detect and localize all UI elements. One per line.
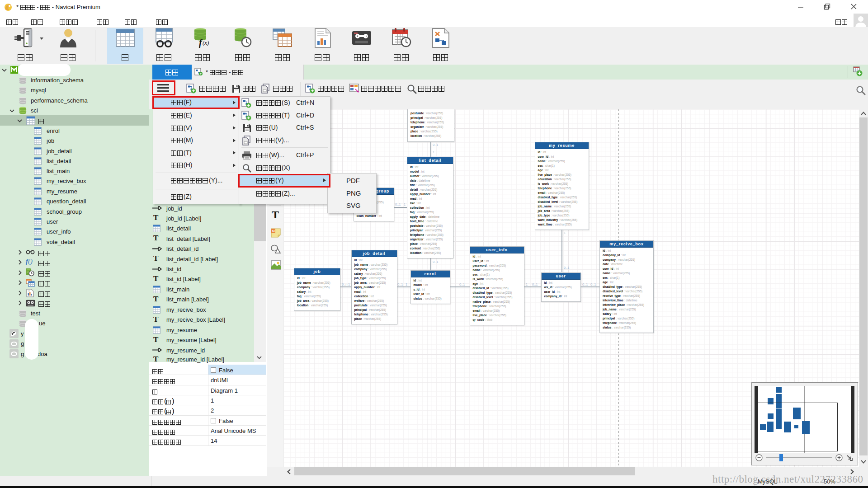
svg-text:(x): (x) xyxy=(203,39,209,46)
svg-text:N: N xyxy=(272,229,275,233)
